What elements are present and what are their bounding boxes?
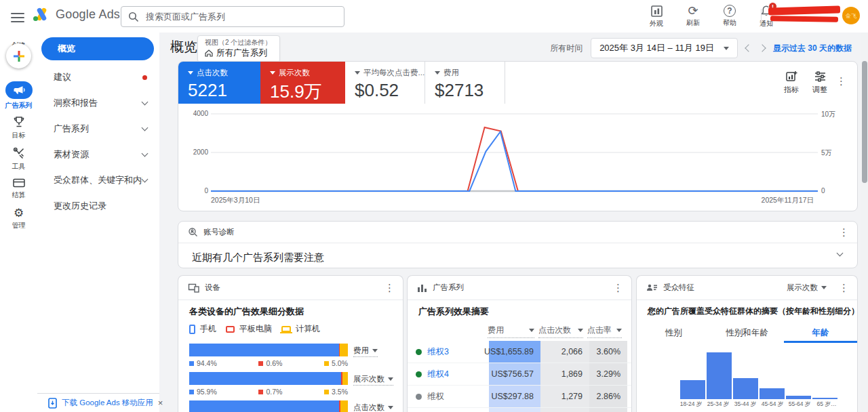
cost-cell: US$297.88 (489, 386, 540, 407)
google-ads-logo[interactable]: Google Ads (33, 7, 120, 22)
device-metric-select-0[interactable]: 费用 (353, 346, 378, 357)
create-button[interactable]: 创建 (0, 38, 37, 50)
sidebar-item-4[interactable]: 素材资源 (37, 142, 159, 167)
rail-item-admin[interactable]: ⚙ 管理 (0, 207, 37, 230)
sidebar-item-2[interactable]: 洞察和报告 (37, 90, 159, 116)
scrollbar-track[interactable] (861, 33, 868, 412)
metric-avg-cpc[interactable]: 平均每次点击费... $0.52 (345, 62, 425, 104)
help-button[interactable]: ? 帮助 (716, 5, 743, 28)
sidebar-item-label: 洞察和报告 (54, 97, 142, 109)
sidebar-item-6[interactable]: 更改历史记录 (37, 193, 159, 219)
campaign-name-cell: 维权3 (408, 341, 489, 363)
age-label: 45-54 岁 (759, 400, 786, 409)
notification-dot (142, 75, 147, 80)
devices-kebab-menu[interactable]: ⋮ (384, 283, 395, 293)
metric-cost[interactable]: 费用 $2713 (425, 62, 505, 104)
column-header-2[interactable]: 点击率 (587, 325, 622, 338)
legend-square (189, 390, 194, 394)
bar-segment-计算机 (342, 372, 348, 385)
topbar-divider (761, 9, 762, 24)
topbar-actions: 外观 ⟳ 刷新 ? 帮助 ! 通知 (643, 5, 780, 28)
demographics-metric-select[interactable]: 展示次数 (787, 283, 827, 293)
scrollbar-thumb[interactable] (862, 61, 867, 183)
rail-item-billing[interactable]: 结算 (0, 178, 37, 200)
device-metric-select-1[interactable]: 展示次数 (353, 374, 393, 386)
dropdown-arrow-icon (388, 406, 393, 409)
clicks-cell: 1,279 (540, 386, 589, 407)
promo-label: 下载 Google Ads 移动应用 (62, 398, 153, 408)
campaign-link[interactable]: 维权4 (427, 369, 449, 380)
adjust-tool-button[interactable]: 调整 (812, 70, 827, 95)
appearance-button[interactable]: 外观 (643, 5, 670, 28)
show-last-30-days-link[interactable]: 显示过去 30 天的数据 (773, 43, 852, 54)
sidebar-item-5[interactable]: 受众群体、关键字和内容 (37, 167, 159, 193)
rail-item-goals[interactable]: 目标 (0, 115, 37, 140)
rail-item-tools[interactable]: 工具 (0, 146, 37, 171)
devices-legend: 手机 平板电脑 计算机 (189, 323, 320, 335)
dropdown-arrow-icon (724, 47, 729, 50)
sidebar-item-0[interactable]: 概览 (41, 37, 154, 60)
mobile-app-promo[interactable]: 下载 Google Ads 移动应用 × (37, 393, 159, 412)
campaign-link[interactable]: 维权 (427, 391, 444, 403)
sidebar-item-1[interactable]: 建议 (37, 64, 159, 90)
nav-rail: 创建 广告系列 目标 工具 结算 ⚙ 管理 (0, 33, 37, 412)
google-ads-logo-icon (33, 7, 50, 22)
cost-cell (489, 408, 540, 412)
age-label: 65 岁… (813, 400, 840, 409)
sidebar-item-label: 建议 (54, 71, 142, 83)
next-range-button[interactable] (758, 44, 766, 52)
promo-close-icon[interactable]: × (158, 398, 163, 408)
sidebar-item-3[interactable]: 广告系列 (37, 116, 159, 142)
rail-item-campaigns[interactable]: 广告系列 (0, 81, 37, 110)
bar-segment-手机 (189, 372, 341, 385)
chevron-down-icon[interactable] (837, 250, 844, 257)
status-icon-enabled (416, 371, 422, 377)
column-header-0[interactable]: 费用 (488, 325, 534, 338)
demographics-subtitle: 您的广告所覆盖受众特征群体的摘要（按年龄和性别细分） (648, 306, 859, 317)
campaigns-kebab-menu[interactable]: ⋮ (613, 283, 623, 293)
metric-strip: 点击次数 5221 展示次数 15.9万 平均每次点击费... $0.52 费用… (178, 62, 857, 104)
prev-range-button[interactable] (745, 44, 752, 52)
campaign-table-rows: 维权3US$1,655.892,0663.60%维权4US$756.571,86… (408, 341, 631, 412)
right-axis-tick: 10万 (821, 110, 846, 119)
age-axis-labels: 18-24 岁25-34 岁35-44 岁45-54 岁55-64 岁65 岁… (677, 400, 843, 409)
billing-card-icon (12, 178, 26, 188)
column-header-1[interactable]: 点击次数 (538, 325, 583, 338)
metric-impressions[interactable]: 展示次数 15.9万 (260, 62, 345, 104)
x-axis-end-date: 2025年11月17日 (762, 196, 814, 205)
device-metric-label: 点击次数 (353, 403, 384, 412)
logo-text: Google Ads (56, 7, 120, 22)
rail-goals-label: 目标 (12, 131, 26, 140)
avatar[interactable]: 金飞 (842, 7, 860, 24)
date-range-select[interactable]: 2025年 3月 14日 – 11月 19日 (591, 38, 738, 58)
overview-kebab-menu[interactable]: ⋮ (836, 77, 846, 86)
tab-性别和年龄[interactable]: 性别和年龄 (710, 325, 783, 343)
metrics-tool-button[interactable]: 指标 (784, 70, 799, 95)
trophy-icon (12, 115, 26, 129)
view-filter-chip[interactable]: 视图（2 个过滤条件） 所有广告系列 (197, 35, 280, 62)
device-pct-label: 94.4% (189, 359, 217, 367)
search-input[interactable] (144, 11, 337, 22)
devices-stacked-bars: 费用94.4%0.6%5.0%展示次数95.9%0.7%3.5%点击次数 (189, 344, 396, 412)
tab-年龄[interactable]: 年龄 (784, 325, 857, 343)
metric-clicks[interactable]: 点击次数 5221 (178, 62, 260, 104)
metric-label: 展示次数 (279, 68, 310, 78)
age-bar-chart (680, 350, 839, 399)
sidebar-item-label: 受众群体、关键字和内容 (54, 174, 142, 186)
tab-性别[interactable]: 性别 (637, 325, 710, 343)
bar-segment-手机 (189, 400, 339, 412)
plus-icon[interactable] (6, 43, 31, 68)
menu-icon[interactable] (11, 10, 24, 21)
device-bar-labels: 95.9%0.7%3.5% (189, 388, 348, 396)
search-box[interactable] (121, 6, 344, 27)
diagnosis-kebab-menu[interactable]: ⋮ (839, 228, 849, 237)
date-range-bar: 所有时间 2025年 3月 14日 – 11月 19日 显示过去 30 天的数据 (550, 38, 852, 58)
stacked-bar (189, 372, 348, 385)
devices-icon (188, 283, 199, 293)
refresh-button[interactable]: ⟳ 刷新 (679, 5, 707, 28)
device-metric-select-2[interactable]: 点击次数 (353, 403, 393, 412)
campaign-link[interactable]: 维权3 (427, 346, 449, 358)
demographics-kebab-menu[interactable]: ⋮ (839, 283, 849, 293)
device-bar-row-0: 费用 (189, 344, 396, 356)
legend-square (189, 361, 194, 366)
